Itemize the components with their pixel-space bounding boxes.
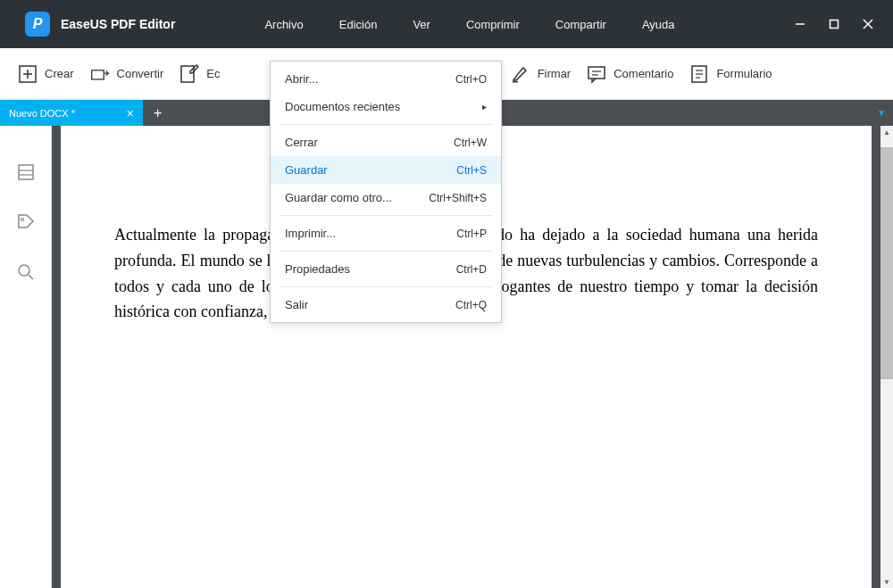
app-logo: P (25, 12, 50, 37)
dropdown-item-guardar-como-otro[interactable]: Guardar como otro...Ctrl+Shift+S (271, 184, 501, 211)
app-title: EaseUS PDF Editor (61, 17, 175, 31)
dropdown-item-label: Salir (285, 298, 308, 311)
tab-overflow-icon[interactable]: ▼ (877, 108, 886, 118)
dropdown-item-shortcut: Ctrl+W (454, 137, 487, 149)
thumbnails-icon[interactable] (15, 161, 37, 183)
toolbar-label: Ec (206, 67, 220, 80)
left-rail (0, 126, 52, 588)
editar-button[interactable]: Ec (179, 64, 220, 84)
dropdown-item-salir[interactable]: SalirCtrl+Q (271, 291, 501, 319)
dropdown-item-abrir[interactable]: Abrir...Ctrl+O (271, 65, 501, 93)
tag-icon[interactable] (15, 211, 37, 233)
dropdown-item-label: Guardar como otro... (285, 191, 392, 204)
menu-ayuda[interactable]: Ayuda (642, 18, 675, 31)
dropdown-separator (280, 215, 492, 216)
formulario-button[interactable]: Formulario (689, 64, 772, 84)
edit-icon (179, 64, 199, 84)
dropdown-item-label: Propiedades (285, 262, 350, 276)
svg-line-21 (29, 275, 33, 279)
firmar-button[interactable]: Firmar (511, 64, 572, 84)
dropdown-item-guardar[interactable]: GuardarCtrl+S (271, 156, 501, 184)
dropdown-item-label: Documentos recientes (285, 100, 400, 113)
convert-icon (90, 64, 110, 84)
tab-add-icon[interactable]: + (154, 105, 162, 121)
svg-rect-16 (19, 165, 33, 179)
tab-label: Nuevo DOCX * (9, 108, 75, 119)
menu-edicion[interactable]: Edición (339, 18, 378, 31)
menu-archivo[interactable]: Archivo (264, 18, 303, 31)
toolbar-label: Convertir (117, 67, 164, 80)
menu-compartir[interactable]: Compartir (555, 18, 606, 31)
crear-button[interactable]: Crear (18, 64, 74, 84)
dropdown-item-shortcut: Ctrl+Shift+S (429, 192, 487, 204)
document-tab[interactable]: Nuevo DOCX * × (0, 100, 143, 126)
dropdown-separator (280, 286, 492, 287)
search-icon[interactable] (15, 261, 37, 283)
tab-close-icon[interactable]: × (127, 106, 134, 120)
scroll-down-icon[interactable]: ▼ (880, 576, 893, 588)
dropdown-item-shortcut: Ctrl+D (456, 263, 487, 276)
vertical-scrollbar[interactable]: ▲ ▼ (880, 126, 893, 588)
menu-comprimir[interactable]: Comprimir (466, 18, 520, 31)
toolbar-label: Firmar (538, 67, 572, 80)
dropdown-item-label: Cerrar (285, 136, 318, 149)
close-icon[interactable] (861, 17, 875, 31)
dropdown-item-shortcut: Ctrl+P (456, 228, 487, 240)
chevron-right-icon: ▸ (482, 102, 487, 112)
window-controls (793, 17, 875, 31)
dropdown-item-shortcut: Ctrl+Q (455, 299, 487, 311)
dropdown-item-cerrar[interactable]: CerrarCtrl+W (271, 128, 501, 156)
dropdown-item-shortcut: Ctrl+S (456, 164, 487, 177)
comentario-button[interactable]: Comentario (587, 64, 673, 84)
svg-point-20 (19, 265, 29, 276)
dropdown-item-propiedades[interactable]: PropiedadesCtrl+D (271, 255, 501, 283)
scroll-thumb[interactable] (880, 147, 893, 379)
dropdown-item-label: Abrir... (285, 72, 319, 86)
dropdown-separator (280, 251, 492, 252)
dropdown-item-imprimir[interactable]: Imprimir...Ctrl+P (271, 219, 501, 247)
dropdown-separator (280, 124, 492, 125)
minimize-icon[interactable] (793, 17, 807, 31)
title-bar: P EaseUS PDF Editor Archivo Edición Ver … (0, 0, 893, 48)
convertir-button[interactable]: Convertir (90, 64, 164, 84)
dropdown-item-documentos-recientes[interactable]: Documentos recientes▸ (271, 93, 501, 120)
form-icon (689, 64, 709, 84)
plus-box-icon (18, 64, 38, 84)
archivo-dropdown: Abrir...Ctrl+ODocumentos recientes▸Cerra… (270, 61, 502, 323)
svg-rect-9 (588, 67, 605, 79)
menu-ver[interactable]: Ver (413, 18, 430, 31)
svg-rect-7 (91, 70, 104, 79)
toolbar-label: Crear (45, 67, 74, 80)
toolbar-label: Comentario (613, 67, 673, 80)
dropdown-item-label: Imprimir... (285, 227, 336, 240)
svg-rect-1 (830, 21, 839, 29)
toolbar-label: Formulario (716, 67, 772, 80)
pen-icon (511, 64, 530, 84)
dropdown-item-shortcut: Ctrl+O (455, 73, 487, 86)
menubar: Archivo Edición Ver Comprimir Compartir … (264, 18, 674, 31)
svg-rect-8 (181, 66, 194, 82)
dropdown-item-label: Guardar (285, 163, 328, 177)
comment-icon (587, 64, 606, 84)
svg-point-19 (21, 219, 23, 221)
scroll-up-icon[interactable]: ▲ (880, 126, 893, 138)
maximize-icon[interactable] (827, 17, 841, 31)
